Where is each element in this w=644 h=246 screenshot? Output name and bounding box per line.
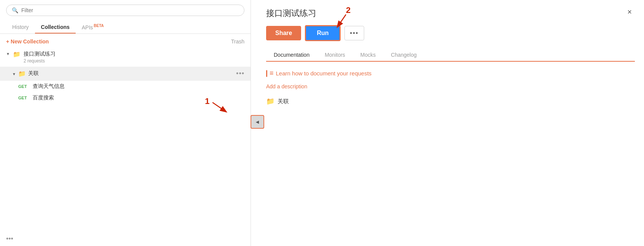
search-icon: 🔍 [12, 7, 18, 13]
subfolder-row[interactable]: ▼ 📁 关联 ••• [0, 67, 251, 81]
method-badge-1: GET [18, 84, 30, 89]
tab-mocks[interactable]: Mocks [353, 49, 383, 62]
collection-meta: 2 requests [24, 58, 56, 64]
collection-detail-title: 接口测试练习 [266, 8, 316, 19]
request-name-2: 百度搜索 [33, 94, 54, 101]
collection-name: 接口测试练习 [24, 51, 56, 58]
subfolder-more-button[interactable]: ••• [236, 70, 244, 78]
doc-link-row: ≡ Learn how to document your requests [266, 69, 635, 77]
subfolder-section-icon: 📁 [266, 97, 274, 105]
more-options-button[interactable]: ••• [344, 26, 365, 40]
close-button[interactable]: × [624, 6, 635, 18]
new-collection-button[interactable]: + New Collection [6, 38, 49, 45]
request-name-1: 查询天气信息 [33, 83, 65, 90]
run-button[interactable]: Run [305, 25, 340, 41]
doc-link-container[interactable]: ≡ Learn how to document your requests [266, 69, 371, 77]
tab-monitors[interactable]: Monitors [317, 49, 353, 62]
collapse-panel-button[interactable]: ◄ [251, 115, 264, 129]
left-tabs: History Collections APIsBETA [0, 21, 251, 34]
right-panel: × 接口测试练习 Share Run ••• 2 Documentation [251, 0, 644, 246]
action-row: Share Run ••• 2 [266, 25, 635, 41]
subfolder-section-label: 关联 [278, 98, 289, 105]
subfolder-name: 关联 [28, 70, 234, 77]
tab-apis[interactable]: APIsBETA [76, 21, 110, 34]
beta-badge: BETA [94, 24, 104, 28]
collection-actions: + New Collection Trash [0, 34, 251, 48]
trash-button[interactable]: Trash [231, 38, 244, 45]
share-button[interactable]: Share [266, 26, 301, 40]
tab-history[interactable]: History [6, 21, 35, 33]
collection-info: 接口测试练习 2 requests [24, 51, 56, 64]
doc-icon-bar [266, 70, 267, 77]
tab-changelog[interactable]: Changelog [383, 49, 424, 62]
folder-icon: 📁 [13, 51, 21, 58]
subfolder-section: 📁 关联 [266, 97, 635, 105]
left-panel: 🔍 History Collections APIsBETA + New Col… [0, 0, 251, 246]
doc-link-text[interactable]: Learn how to document your requests [276, 70, 372, 77]
tab-collections[interactable]: Collections [35, 21, 76, 33]
doc-icon-container [266, 70, 267, 77]
search-bar[interactable]: 🔍 [6, 5, 244, 16]
request-item-1[interactable]: GET 查询天气信息 [0, 81, 251, 92]
method-badge-2: GET [18, 96, 30, 100]
right-header: 接口测试练习 [266, 8, 635, 19]
subfolder-toggle-icon[interactable]: ▼ [12, 72, 16, 76]
doc-file-icon: ≡ [270, 69, 274, 77]
add-description-text[interactable]: Add a description [266, 83, 635, 89]
subfolder-folder-icon: 📁 [18, 70, 26, 77]
collection-item-main[interactable]: ▼ 📁 接口测试练习 2 requests [0, 48, 251, 67]
content-area: ≡ Learn how to document your requests Ad… [266, 69, 635, 246]
tab-documentation[interactable]: Documentation [266, 49, 317, 62]
collection-toggle-icon[interactable]: ▼ [6, 52, 10, 56]
collection-list: ▼ 📁 接口测试练习 2 requests ▼ 📁 关联 ••• GET 查询天… [0, 48, 251, 232]
right-tabs: Documentation Monitors Mocks Changelog [266, 49, 635, 62]
collection-more-button[interactable]: ••• [0, 232, 251, 246]
filter-input[interactable] [21, 7, 239, 13]
request-item-2[interactable]: GET 百度搜索 [0, 92, 251, 104]
